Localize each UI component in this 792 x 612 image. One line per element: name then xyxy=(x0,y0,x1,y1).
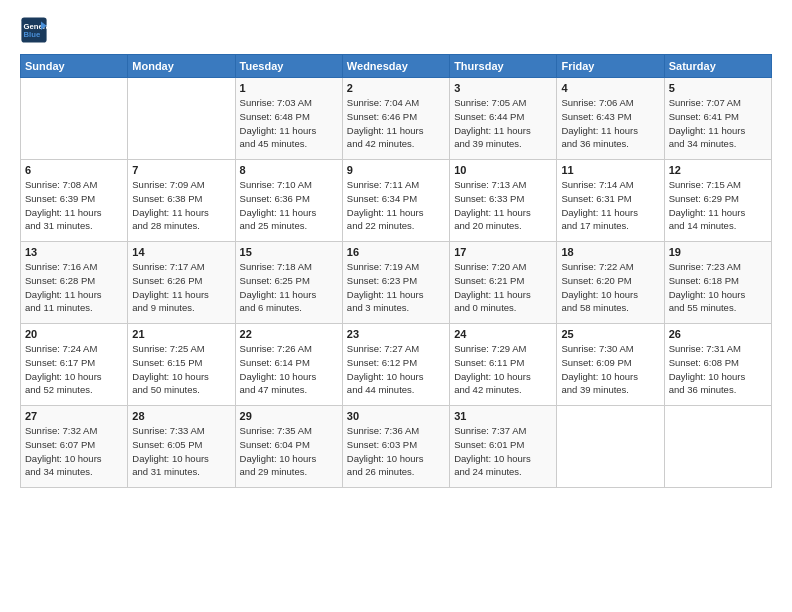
calendar-cell xyxy=(557,406,664,488)
day-number: 20 xyxy=(25,328,123,340)
day-info: Sunrise: 7:04 AM Sunset: 6:46 PM Dayligh… xyxy=(347,96,445,151)
day-number: 24 xyxy=(454,328,552,340)
day-number: 29 xyxy=(240,410,338,422)
day-info: Sunrise: 7:06 AM Sunset: 6:43 PM Dayligh… xyxy=(561,96,659,151)
day-info: Sunrise: 7:29 AM Sunset: 6:11 PM Dayligh… xyxy=(454,342,552,397)
day-number: 11 xyxy=(561,164,659,176)
day-info: Sunrise: 7:05 AM Sunset: 6:44 PM Dayligh… xyxy=(454,96,552,151)
calendar-cell: 16Sunrise: 7:19 AM Sunset: 6:23 PM Dayli… xyxy=(342,242,449,324)
day-number: 30 xyxy=(347,410,445,422)
calendar-cell: 13Sunrise: 7:16 AM Sunset: 6:28 PM Dayli… xyxy=(21,242,128,324)
day-info: Sunrise: 7:11 AM Sunset: 6:34 PM Dayligh… xyxy=(347,178,445,233)
logo: General Blue xyxy=(20,16,48,44)
weekday-header-saturday: Saturday xyxy=(664,55,771,78)
calendar-cell: 26Sunrise: 7:31 AM Sunset: 6:08 PM Dayli… xyxy=(664,324,771,406)
day-info: Sunrise: 7:22 AM Sunset: 6:20 PM Dayligh… xyxy=(561,260,659,315)
calendar-cell: 5Sunrise: 7:07 AM Sunset: 6:41 PM Daylig… xyxy=(664,78,771,160)
day-info: Sunrise: 7:24 AM Sunset: 6:17 PM Dayligh… xyxy=(25,342,123,397)
day-number: 15 xyxy=(240,246,338,258)
day-number: 14 xyxy=(132,246,230,258)
week-row-0: 1Sunrise: 7:03 AM Sunset: 6:48 PM Daylig… xyxy=(21,78,772,160)
day-number: 13 xyxy=(25,246,123,258)
day-number: 7 xyxy=(132,164,230,176)
svg-text:Blue: Blue xyxy=(24,30,41,39)
day-number: 21 xyxy=(132,328,230,340)
calendar-cell: 15Sunrise: 7:18 AM Sunset: 6:25 PM Dayli… xyxy=(235,242,342,324)
day-info: Sunrise: 7:17 AM Sunset: 6:26 PM Dayligh… xyxy=(132,260,230,315)
calendar-cell: 14Sunrise: 7:17 AM Sunset: 6:26 PM Dayli… xyxy=(128,242,235,324)
day-info: Sunrise: 7:08 AM Sunset: 6:39 PM Dayligh… xyxy=(25,178,123,233)
calendar-cell: 8Sunrise: 7:10 AM Sunset: 6:36 PM Daylig… xyxy=(235,160,342,242)
day-number: 12 xyxy=(669,164,767,176)
day-info: Sunrise: 7:35 AM Sunset: 6:04 PM Dayligh… xyxy=(240,424,338,479)
weekday-header-wednesday: Wednesday xyxy=(342,55,449,78)
calendar-cell: 30Sunrise: 7:36 AM Sunset: 6:03 PM Dayli… xyxy=(342,406,449,488)
day-number: 25 xyxy=(561,328,659,340)
calendar-cell: 21Sunrise: 7:25 AM Sunset: 6:15 PM Dayli… xyxy=(128,324,235,406)
calendar-cell xyxy=(21,78,128,160)
day-info: Sunrise: 7:14 AM Sunset: 6:31 PM Dayligh… xyxy=(561,178,659,233)
day-info: Sunrise: 7:25 AM Sunset: 6:15 PM Dayligh… xyxy=(132,342,230,397)
day-info: Sunrise: 7:10 AM Sunset: 6:36 PM Dayligh… xyxy=(240,178,338,233)
day-info: Sunrise: 7:36 AM Sunset: 6:03 PM Dayligh… xyxy=(347,424,445,479)
day-number: 6 xyxy=(25,164,123,176)
day-number: 26 xyxy=(669,328,767,340)
week-row-1: 6Sunrise: 7:08 AM Sunset: 6:39 PM Daylig… xyxy=(21,160,772,242)
day-number: 28 xyxy=(132,410,230,422)
calendar-cell: 31Sunrise: 7:37 AM Sunset: 6:01 PM Dayli… xyxy=(450,406,557,488)
day-number: 19 xyxy=(669,246,767,258)
day-info: Sunrise: 7:30 AM Sunset: 6:09 PM Dayligh… xyxy=(561,342,659,397)
weekday-header-thursday: Thursday xyxy=(450,55,557,78)
calendar-cell: 20Sunrise: 7:24 AM Sunset: 6:17 PM Dayli… xyxy=(21,324,128,406)
calendar-cell: 28Sunrise: 7:33 AM Sunset: 6:05 PM Dayli… xyxy=(128,406,235,488)
header: General Blue xyxy=(20,16,772,44)
day-info: Sunrise: 7:19 AM Sunset: 6:23 PM Dayligh… xyxy=(347,260,445,315)
calendar-cell: 12Sunrise: 7:15 AM Sunset: 6:29 PM Dayli… xyxy=(664,160,771,242)
day-info: Sunrise: 7:07 AM Sunset: 6:41 PM Dayligh… xyxy=(669,96,767,151)
day-number: 16 xyxy=(347,246,445,258)
calendar-cell xyxy=(128,78,235,160)
day-number: 1 xyxy=(240,82,338,94)
calendar-cell: 23Sunrise: 7:27 AM Sunset: 6:12 PM Dayli… xyxy=(342,324,449,406)
calendar-cell: 1Sunrise: 7:03 AM Sunset: 6:48 PM Daylig… xyxy=(235,78,342,160)
day-info: Sunrise: 7:15 AM Sunset: 6:29 PM Dayligh… xyxy=(669,178,767,233)
day-number: 31 xyxy=(454,410,552,422)
week-row-2: 13Sunrise: 7:16 AM Sunset: 6:28 PM Dayli… xyxy=(21,242,772,324)
day-info: Sunrise: 7:20 AM Sunset: 6:21 PM Dayligh… xyxy=(454,260,552,315)
day-info: Sunrise: 7:26 AM Sunset: 6:14 PM Dayligh… xyxy=(240,342,338,397)
calendar-cell: 6Sunrise: 7:08 AM Sunset: 6:39 PM Daylig… xyxy=(21,160,128,242)
page: General Blue SundayMondayTuesdayWednesda… xyxy=(0,0,792,612)
week-row-3: 20Sunrise: 7:24 AM Sunset: 6:17 PM Dayli… xyxy=(21,324,772,406)
day-info: Sunrise: 7:16 AM Sunset: 6:28 PM Dayligh… xyxy=(25,260,123,315)
calendar-cell: 11Sunrise: 7:14 AM Sunset: 6:31 PM Dayli… xyxy=(557,160,664,242)
day-number: 8 xyxy=(240,164,338,176)
day-number: 27 xyxy=(25,410,123,422)
day-info: Sunrise: 7:33 AM Sunset: 6:05 PM Dayligh… xyxy=(132,424,230,479)
day-number: 9 xyxy=(347,164,445,176)
day-number: 23 xyxy=(347,328,445,340)
calendar-table: SundayMondayTuesdayWednesdayThursdayFrid… xyxy=(20,54,772,488)
day-info: Sunrise: 7:18 AM Sunset: 6:25 PM Dayligh… xyxy=(240,260,338,315)
day-number: 18 xyxy=(561,246,659,258)
calendar-cell: 2Sunrise: 7:04 AM Sunset: 6:46 PM Daylig… xyxy=(342,78,449,160)
weekday-header-tuesday: Tuesday xyxy=(235,55,342,78)
weekday-header-sunday: Sunday xyxy=(21,55,128,78)
calendar-cell: 10Sunrise: 7:13 AM Sunset: 6:33 PM Dayli… xyxy=(450,160,557,242)
calendar-cell: 19Sunrise: 7:23 AM Sunset: 6:18 PM Dayli… xyxy=(664,242,771,324)
calendar-cell: 4Sunrise: 7:06 AM Sunset: 6:43 PM Daylig… xyxy=(557,78,664,160)
day-number: 3 xyxy=(454,82,552,94)
calendar-cell: 27Sunrise: 7:32 AM Sunset: 6:07 PM Dayli… xyxy=(21,406,128,488)
calendar-cell: 17Sunrise: 7:20 AM Sunset: 6:21 PM Dayli… xyxy=(450,242,557,324)
calendar-cell: 7Sunrise: 7:09 AM Sunset: 6:38 PM Daylig… xyxy=(128,160,235,242)
day-info: Sunrise: 7:31 AM Sunset: 6:08 PM Dayligh… xyxy=(669,342,767,397)
day-info: Sunrise: 7:32 AM Sunset: 6:07 PM Dayligh… xyxy=(25,424,123,479)
weekday-header-friday: Friday xyxy=(557,55,664,78)
calendar-cell: 29Sunrise: 7:35 AM Sunset: 6:04 PM Dayli… xyxy=(235,406,342,488)
calendar-cell xyxy=(664,406,771,488)
day-number: 10 xyxy=(454,164,552,176)
day-number: 17 xyxy=(454,246,552,258)
day-info: Sunrise: 7:27 AM Sunset: 6:12 PM Dayligh… xyxy=(347,342,445,397)
week-row-4: 27Sunrise: 7:32 AM Sunset: 6:07 PM Dayli… xyxy=(21,406,772,488)
calendar-cell: 18Sunrise: 7:22 AM Sunset: 6:20 PM Dayli… xyxy=(557,242,664,324)
calendar-cell: 9Sunrise: 7:11 AM Sunset: 6:34 PM Daylig… xyxy=(342,160,449,242)
